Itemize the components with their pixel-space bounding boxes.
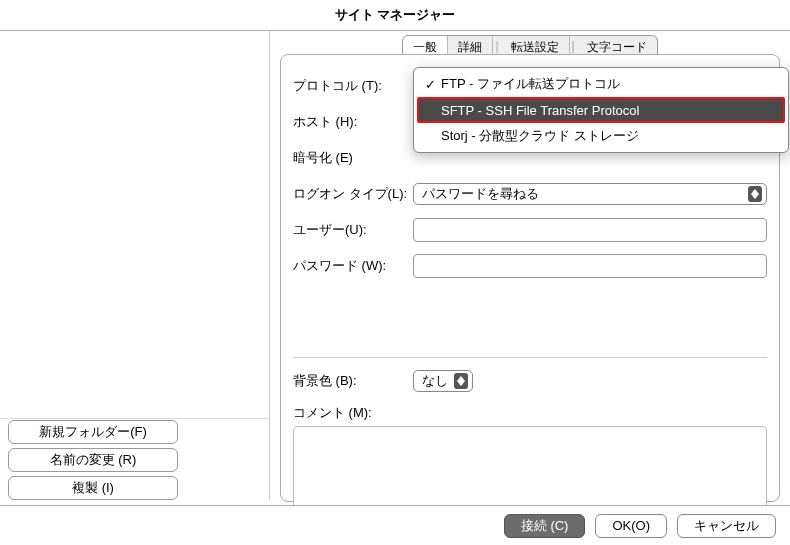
cancel-button[interactable]: キャンセル (677, 514, 776, 538)
site-actions: 新規フォルダー(F) 名前の変更 (R) 複製 (I) (8, 416, 178, 500)
bgcolor-value: なし (422, 372, 448, 390)
chevron-updown-icon (748, 186, 762, 202)
ok-button[interactable]: OK(O) (595, 514, 667, 538)
window-title: サイト マネージャー (335, 6, 456, 24)
logon-type-select[interactable]: パスワードを尋ねる (413, 183, 767, 205)
password-input[interactable] (413, 254, 767, 278)
user-label: ユーザー(U): (293, 221, 413, 239)
connect-button[interactable]: 接続 (C) (504, 514, 586, 538)
dropdown-item-ftp[interactable]: ✓ FTP - ファイル転送プロトコル (417, 71, 785, 97)
row-user: ユーザー(U): (293, 217, 767, 243)
user-input[interactable] (413, 218, 767, 242)
row-logon: ログオン タイプ(L): パスワードを尋ねる (293, 181, 767, 207)
panel-divider (293, 357, 767, 358)
site-tree[interactable] (0, 31, 269, 419)
dialog-footer: 接続 (C) OK(O) キャンセル (0, 505, 790, 545)
duplicate-button[interactable]: 複製 (I) (8, 476, 178, 500)
row-password: パスワード (W): (293, 253, 767, 279)
password-label: パスワード (W): (293, 257, 413, 275)
dropdown-item-label: SFTP - SSH File Transfer Protocol (441, 103, 639, 118)
checkmark-icon: ✓ (425, 77, 441, 92)
logon-type-value: パスワードを尋ねる (422, 185, 539, 203)
bgcolor-label: 背景色 (B): (293, 372, 413, 390)
window-title-bar: サイト マネージャー (0, 0, 790, 30)
encrypt-label: 暗号化 (E) (293, 149, 413, 167)
dropdown-item-storj[interactable]: Storj - 分散型クラウド ストレージ (417, 123, 785, 149)
main-split: 新規フォルダー(F) 名前の変更 (R) 複製 (I) 一般 詳細 | 転送設定… (0, 30, 790, 500)
logon-label: ログオン タイプ(L): (293, 185, 413, 203)
new-folder-button[interactable]: 新規フォルダー(F) (8, 420, 178, 444)
bgcolor-select[interactable]: なし (413, 370, 473, 392)
svg-marker-1 (751, 194, 759, 199)
protocol-dropdown[interactable]: ✓ FTP - ファイル転送プロトコル SFTP - SSH File Tran… (413, 67, 789, 153)
dropdown-item-label: Storj - 分散型クラウド ストレージ (441, 127, 639, 145)
rename-button[interactable]: 名前の変更 (R) (8, 448, 178, 472)
dropdown-item-label: FTP - ファイル転送プロトコル (441, 75, 620, 93)
svg-marker-3 (457, 381, 465, 386)
row-bgcolor: 背景色 (B): なし (293, 368, 767, 394)
chevron-updown-icon (454, 373, 468, 389)
general-panel: プロトコル (T): ホスト (H): 暗号化 (E) ログオン タイプ(L):… (280, 54, 780, 502)
comment-label: コメント (M): (293, 405, 372, 420)
protocol-label: プロトコル (T): (293, 77, 413, 95)
settings-pane: 一般 詳細 | 転送設定 | 文字コード プロトコル (T): ホスト (H):… (270, 31, 790, 500)
dropdown-item-sftp[interactable]: SFTP - SSH File Transfer Protocol (417, 97, 785, 123)
host-label: ホスト (H): (293, 113, 413, 131)
site-tree-pane: 新規フォルダー(F) 名前の変更 (R) 複製 (I) (0, 31, 270, 500)
